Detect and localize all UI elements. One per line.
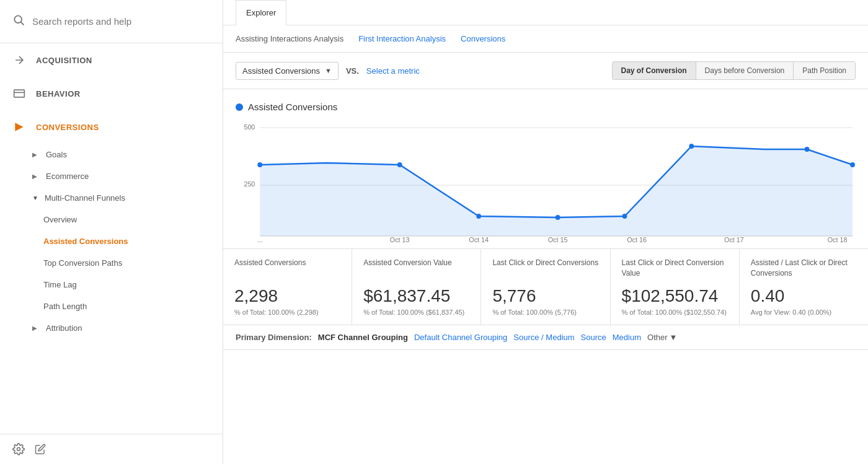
vs-label: VS. [346, 66, 359, 76]
search-input[interactable] [32, 16, 210, 27]
sidebar: ACQUISITION BEHAVIOR CONVERSIONS ▶ Goals… [0, 0, 223, 464]
chart-svg: 500 250 ... [236, 118, 856, 242]
sidebar-item-overview[interactable]: Overview [0, 209, 223, 230]
attribution-label: Attribution [46, 323, 82, 333]
chart-point [805, 147, 810, 152]
behavior-icon [12, 87, 26, 100]
svg-text:...: ... [257, 236, 263, 242]
stat-value-2: $61,837.45 [363, 286, 469, 306]
search-bar[interactable] [0, 0, 223, 43]
sidebar-item-behavior[interactable]: BEHAVIOR [0, 77, 223, 110]
metric-dropdown[interactable]: Assisted Conversions ▼ [236, 62, 339, 80]
svg-marker-4 [15, 123, 23, 131]
other-dropdown[interactable]: Other ▼ [647, 333, 677, 342]
sidebar-item-path-length[interactable]: Path Length [0, 295, 223, 317]
attribution-arrow: ▶ [32, 325, 37, 331]
overview-label: Overview [43, 215, 77, 224]
stat-assisted-last-click: Assisted / Last Click or Direct Conversi… [740, 249, 868, 325]
chart-point [556, 215, 560, 220]
search-icon [12, 14, 25, 29]
stat-sub-4: % of Total: 100.00% ($102,550.74) [622, 309, 728, 316]
stats-row: Assisted Conversions 2,298 % of Total: 1… [223, 248, 868, 325]
primary-dim-link-source[interactable]: Source [581, 333, 606, 342]
btn-day-of-conversion[interactable]: Day of Conversion [613, 62, 696, 79]
btn-days-before-conversion[interactable]: Days before Conversion [696, 62, 794, 79]
goals-arrow: ▶ [32, 151, 37, 158]
chart-title-text: Assisted Conversions [248, 102, 337, 112]
main-content: Explorer Assisting Interactions Analysis… [223, 0, 868, 464]
metric-selected: Assisted Conversions [242, 66, 320, 76]
svg-point-5 [17, 448, 20, 451]
svg-line-1 [21, 22, 24, 25]
svg-text:250: 250 [244, 180, 255, 188]
sub-nav-assisting-interactions[interactable]: Assisting Interactions Analysis [236, 34, 343, 43]
tab-explorer[interactable]: Explorer [236, 0, 286, 25]
select-metric-link[interactable]: Select a metric [366, 66, 420, 76]
stat-value-1: 2,298 [234, 286, 340, 306]
chart-dot [236, 103, 243, 111]
sub-nav-conversions[interactable]: Conversions [461, 34, 505, 43]
time-buttons: Day of Conversion Days before Conversion… [612, 61, 856, 80]
svg-text:Oct 18: Oct 18 [828, 236, 848, 242]
stat-sub-5: Avg for View: 0.40 (0.00%) [751, 309, 857, 316]
other-arrow: ▼ [670, 333, 678, 342]
chart-fill [260, 146, 852, 236]
primary-dim-current: MCF Channel Grouping [318, 333, 408, 342]
chart-point [850, 162, 855, 167]
stat-assisted-conversion-value: Assisted Conversion Value $61,837.45 % o… [352, 249, 481, 325]
multi-channel-arrow: ▼ [32, 195, 38, 201]
sidebar-item-conversions[interactable]: CONVERSIONS [0, 110, 223, 144]
ecommerce-arrow: ▶ [32, 173, 37, 180]
svg-text:Oct 13: Oct 13 [390, 236, 410, 242]
behavior-label: BEHAVIOR [36, 89, 81, 98]
primary-dim-label: Primary Dimension: [236, 333, 312, 342]
sidebar-item-assisted-conversions[interactable]: Assisted Conversions [0, 230, 223, 252]
edit-icon [35, 444, 46, 455]
top-conversion-paths-label: Top Conversion Paths [43, 258, 122, 268]
stat-label-3: Last Click or Direct Conversions [492, 258, 598, 280]
chart-point [689, 144, 694, 149]
svg-text:Oct 17: Oct 17 [724, 236, 744, 242]
other-label: Other [647, 333, 668, 342]
assisted-conversions-label: Assisted Conversions [43, 237, 128, 246]
sub-nav: Assisting Interactions Analysis First In… [223, 25, 868, 53]
goals-label: Goals [46, 150, 67, 159]
metric-row: Assisted Conversions ▼ VS. Select a metr… [223, 53, 868, 89]
sub-nav-first-interaction[interactable]: First Interaction Analysis [358, 34, 446, 43]
stat-value-3: 5,776 [492, 286, 598, 306]
stat-label-1: Assisted Conversions [234, 258, 340, 280]
sidebar-item-time-lag[interactable]: Time Lag [0, 274, 223, 295]
stat-sub-3: % of Total: 100.00% (5,776) [492, 309, 598, 316]
chart-point [397, 162, 402, 167]
sidebar-item-top-conversion-paths[interactable]: Top Conversion Paths [0, 252, 223, 274]
primary-dim-link-default-channel[interactable]: Default Channel Grouping [414, 333, 507, 342]
svg-text:Oct 16: Oct 16 [627, 236, 647, 242]
sidebar-item-acquisition[interactable]: ACQUISITION [0, 43, 223, 77]
conversions-label: CONVERSIONS [36, 123, 99, 132]
conversions-icon [12, 120, 26, 134]
sidebar-item-ecommerce[interactable]: ▶ Ecommerce [0, 165, 223, 187]
chart-container: 500 250 ... [236, 118, 856, 242]
sidebar-item-goals[interactable]: ▶ Goals [0, 144, 223, 165]
btn-path-position[interactable]: Path Position [794, 62, 855, 79]
sidebar-item-multi-channel[interactable]: ▼ Multi-Channel Funnels [0, 187, 223, 209]
svg-rect-2 [14, 90, 25, 97]
gear-icon [12, 443, 25, 455]
stat-label-2: Assisted Conversion Value [363, 258, 469, 280]
stat-sub-2: % of Total: 100.00% ($61,837.45) [363, 309, 469, 316]
svg-text:Oct 14: Oct 14 [469, 236, 489, 242]
primary-dim-link-medium[interactable]: Medium [613, 333, 641, 342]
chart-point [476, 214, 481, 219]
settings-bar[interactable] [0, 434, 223, 464]
primary-dim-link-source-medium[interactable]: Source / Medium [513, 333, 574, 342]
chart-point [622, 214, 627, 219]
stat-label-4: Last Click or Direct Conversion Value [622, 258, 728, 280]
sidebar-item-attribution[interactable]: ▶ Attribution [0, 317, 223, 339]
stat-label-5: Assisted / Last Click or Direct Conversi… [751, 258, 857, 280]
stat-sub-1: % of Total: 100.00% (2,298) [234, 309, 340, 316]
tabs-bar: Explorer [223, 0, 868, 25]
dropdown-arrow: ▼ [325, 67, 332, 74]
chart-area: Assisted Conversions 500 250 [223, 89, 868, 242]
stat-assisted-conversions: Assisted Conversions 2,298 % of Total: 1… [223, 249, 352, 325]
svg-text:Oct 15: Oct 15 [548, 236, 568, 242]
